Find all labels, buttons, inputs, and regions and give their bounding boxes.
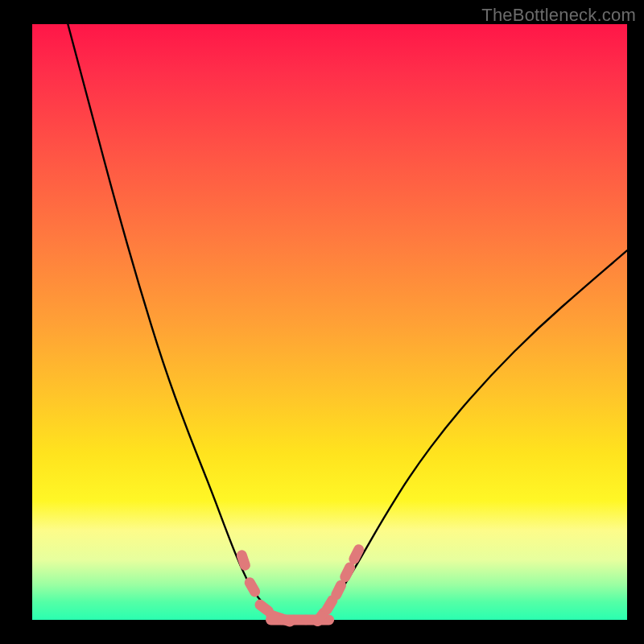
right-curve — [318, 250, 627, 620]
chart-frame: TheBottleneck.com — [0, 0, 644, 644]
watermark-text: TheBottleneck.com — [481, 5, 636, 26]
optimal-zone-markers — [235, 543, 365, 629]
optimal-marker — [242, 576, 262, 599]
left-curve — [68, 24, 282, 620]
curve-layer — [32, 24, 627, 620]
plot-area — [32, 24, 627, 620]
